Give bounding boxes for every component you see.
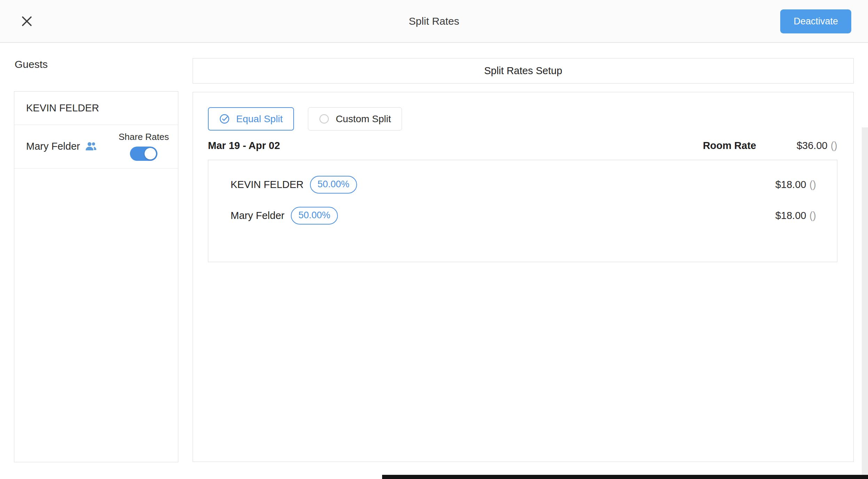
equal-split-button[interactable]: Equal Split — [208, 107, 294, 131]
setup-title: Split Rates Setup — [484, 65, 562, 77]
split-mode-buttons: Equal Split Custom Split — [208, 107, 837, 131]
split-percent-pill[interactable]: 50.00% — [291, 207, 338, 225]
room-rate-amount: $36.00 — [797, 140, 828, 151]
page-scrollbar-track[interactable] — [862, 127, 868, 479]
share-rates-control: Share Rates — [118, 132, 169, 161]
split-row: Mary Felder 50.00% $18.00 () — [231, 200, 816, 231]
share-rates-label: Share Rates — [118, 132, 169, 142]
split-percent-pill[interactable]: 50.00% — [310, 176, 357, 194]
equal-split-label: Equal Split — [236, 113, 283, 125]
check-circle-icon — [219, 113, 230, 124]
splits-box: KEVIN FELDER 50.00% $18.00 () Mary Felde… — [208, 160, 837, 262]
close-button[interactable] — [16, 10, 38, 32]
split-amount-suffix: () — [809, 210, 816, 221]
custom-split-label: Custom Split — [336, 113, 391, 125]
circle-icon — [319, 113, 330, 124]
setup-header: Split Rates Setup — [193, 58, 854, 84]
toggle-knob — [145, 148, 156, 159]
page-title: Split Rates — [409, 0, 459, 42]
people-icon — [85, 141, 97, 151]
rate-summary-row: Mar 19 - Apr 02 Room Rate $36.00 () — [208, 140, 837, 151]
split-amount: $18.00 — [775, 210, 806, 221]
primary-guest-name: KEVIN FELDER — [26, 102, 99, 114]
bottom-edge-strip — [382, 475, 868, 479]
room-rate-suffix: () — [831, 140, 837, 151]
guests-panel: KEVIN FELDER Mary Felder Share Rates — [14, 91, 178, 462]
split-amount-suffix: () — [809, 179, 816, 190]
split-guest-name: Mary Felder — [231, 210, 285, 221]
guest-name: Mary Felder — [26, 141, 80, 152]
split-setup-panel: Equal Split Custom Split Mar 19 - Apr 02… — [193, 92, 854, 462]
custom-split-button[interactable]: Custom Split — [308, 107, 402, 131]
date-range: Mar 19 - Apr 02 — [208, 140, 280, 151]
close-icon — [21, 15, 33, 28]
share-rates-toggle[interactable] — [130, 147, 157, 161]
split-guest-name: KEVIN FELDER — [231, 179, 304, 190]
split-amount: $18.00 — [775, 179, 806, 190]
modal-header: Split Rates Deactivate — [0, 0, 868, 43]
guest-row[interactable]: Mary Felder Share Rates — [14, 125, 178, 168]
split-row: KEVIN FELDER 50.00% $18.00 () — [231, 169, 816, 200]
primary-guest-row[interactable]: KEVIN FELDER — [14, 92, 178, 125]
room-rate-label: Room Rate — [703, 140, 756, 151]
deactivate-button[interactable]: Deactivate — [780, 9, 851, 33]
guests-heading: Guests — [15, 58, 48, 70]
